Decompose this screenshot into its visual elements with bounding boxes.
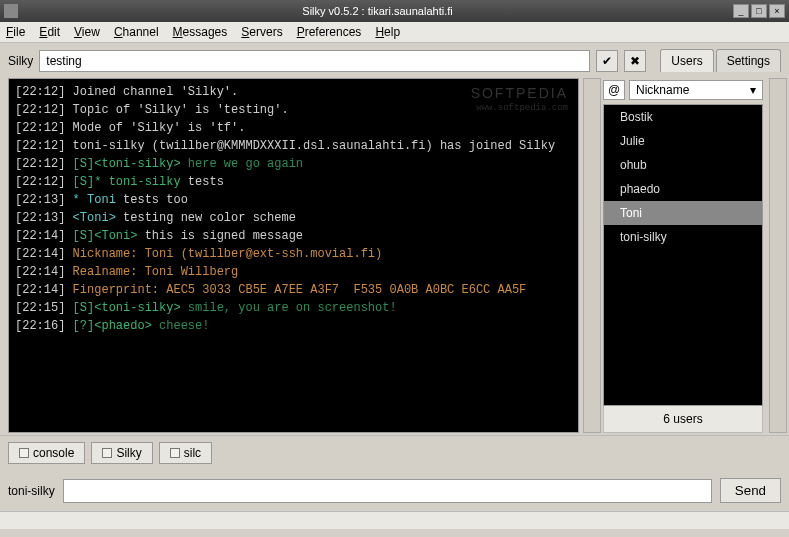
menu-preferences[interactable]: Preferences	[297, 25, 362, 39]
tab-icon	[19, 448, 29, 458]
chat-line: [22:12] toni-silky (twillber@KMMMDXXXII.…	[15, 137, 572, 155]
topic-row: Silky ✔ ✖ Users Settings	[0, 43, 789, 78]
chat-line: [22:14] Realname: Toni Willberg	[15, 263, 572, 281]
chat-line: [22:15] [S]<toni-silky> smile, you are o…	[15, 299, 572, 317]
users-scrollbar[interactable]	[769, 78, 787, 433]
mode-column-header[interactable]: @	[603, 80, 625, 100]
user-list-item[interactable]: Bostik	[604, 105, 762, 129]
tab-icon	[102, 448, 112, 458]
watermark: SOFTPEDIA	[471, 85, 568, 101]
menu-view[interactable]: View	[74, 25, 100, 39]
user-list-item[interactable]: Toni	[604, 201, 762, 225]
menu-help[interactable]: Help	[375, 25, 400, 39]
chat-line: [22:16] [?]<phaedo> cheese!	[15, 317, 572, 335]
user-list-item[interactable]: ohub	[604, 153, 762, 177]
user-list-item[interactable]: phaedo	[604, 177, 762, 201]
send-button[interactable]: Send	[720, 478, 781, 503]
menu-file[interactable]: File	[6, 25, 25, 39]
user-list-item[interactable]: Julie	[604, 129, 762, 153]
apply-topic-button[interactable]: ✔	[596, 50, 618, 72]
user-list-item[interactable]: toni-silky	[604, 225, 762, 249]
clear-topic-button[interactable]: ✖	[624, 50, 646, 72]
channel-label: Silky	[8, 54, 33, 68]
window-title: Silky v0.5.2 : tikari.saunalahti.fi	[24, 5, 731, 17]
chat-line: [22:12] Mode of 'Silky' is 'tf'.	[15, 119, 572, 137]
tab-icon	[170, 448, 180, 458]
chat-line: [22:13] * Toni tests too	[15, 191, 572, 209]
menu-channel[interactable]: Channel	[114, 25, 159, 39]
window-titlebar: Silky v0.5.2 : tikari.saunalahti.fi _ □ …	[0, 0, 789, 22]
chat-line: [22:12] [S]<toni-silky> here we go again	[15, 155, 572, 173]
tab-users[interactable]: Users	[660, 49, 713, 72]
chat-line: [22:14] Nickname: Toni (twillber@ext-ssh…	[15, 245, 572, 263]
menu-servers[interactable]: Servers	[241, 25, 282, 39]
current-nick: toni-silky	[8, 484, 55, 498]
message-input[interactable]	[63, 479, 712, 503]
dropdown-icon: ▾	[750, 83, 756, 97]
watermark-url: www.softpedia.com	[476, 103, 568, 113]
nickname-column-header[interactable]: Nickname ▾	[629, 80, 763, 100]
channel-tabs: console Silky silc	[0, 435, 789, 470]
chat-line: [22:14] Fingerprint: AEC5 3033 CB5E A7EE…	[15, 281, 572, 299]
user-list: BostikJulieohubphaedoTonitoni-silky	[603, 104, 763, 406]
users-panel: @ Nickname ▾ BostikJulieohubphaedoTonito…	[603, 78, 763, 433]
user-count: 6 users	[603, 406, 763, 433]
chat-line: [22:13] <Toni> testing new color scheme	[15, 209, 572, 227]
topic-input[interactable]	[39, 50, 590, 72]
chat-line: [22:14] [S]<Toni> this is signed message	[15, 227, 572, 245]
chat-log: SOFTPEDIA www.softpedia.com [22:12] Join…	[8, 78, 579, 433]
maximize-button[interactable]: □	[751, 4, 767, 18]
chat-scrollbar[interactable]	[583, 78, 601, 433]
close-button[interactable]: ×	[769, 4, 785, 18]
tab-silc[interactable]: silc	[159, 442, 212, 464]
tab-silky[interactable]: Silky	[91, 442, 152, 464]
menubar: File Edit View Channel Messages Servers …	[0, 22, 789, 43]
minimize-button[interactable]: _	[733, 4, 749, 18]
message-input-row: toni-silky Send	[0, 470, 789, 511]
app-icon	[4, 4, 18, 18]
menu-edit[interactable]: Edit	[39, 25, 60, 39]
tab-settings[interactable]: Settings	[716, 49, 781, 72]
menu-messages[interactable]: Messages	[173, 25, 228, 39]
status-bar	[0, 511, 789, 529]
tab-console[interactable]: console	[8, 442, 85, 464]
chat-line: [22:12] [S]* toni-silky tests	[15, 173, 572, 191]
